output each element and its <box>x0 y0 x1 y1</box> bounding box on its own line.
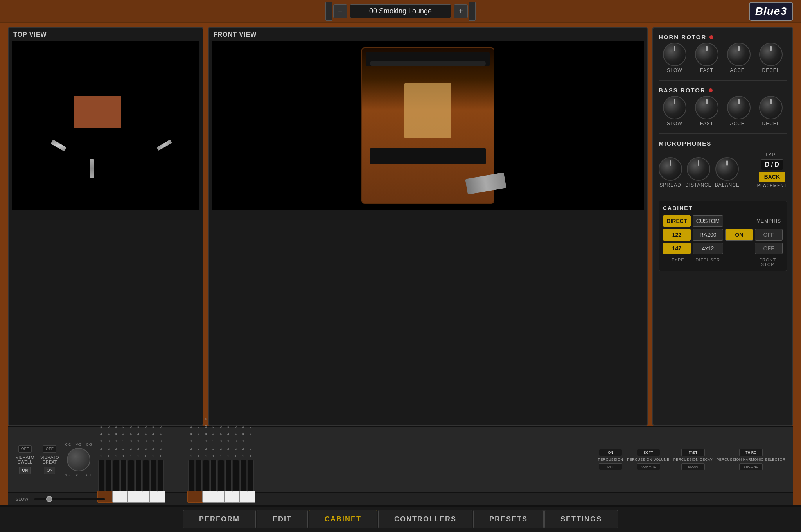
cabinet-memphis-off2-button[interactable]: OFF <box>755 243 783 254</box>
cabinet-memphis-off1-button[interactable]: OFF <box>755 229 783 241</box>
percussion-volume-normal-button[interactable]: NORMAL <box>637 463 660 470</box>
cabinet-4x12-button[interactable]: 4x12 <box>693 243 723 254</box>
horn-rotor-title: HORN ROTOR <box>659 34 787 40</box>
drawbar-col-8: 654321 <box>150 416 156 503</box>
lower-drawbar-col-9: 654321 <box>248 416 254 503</box>
vibrato-great-off-button[interactable]: OFF <box>43 445 56 453</box>
mic-balance-label: BALANCE <box>715 182 740 188</box>
drawbar-col-5: 654321 <box>128 416 134 503</box>
vibrato-swell-section: OFF VIBRATOSWELL ON <box>16 445 34 474</box>
mic-balance-knob[interactable] <box>715 157 739 181</box>
vibrato-great-on-button[interactable]: ON <box>44 467 55 474</box>
label-v2: V-2 <box>65 473 71 477</box>
horn-rotor-indicator <box>709 35 713 39</box>
bass-accel-knob[interactable] <box>727 96 751 119</box>
lower-drawbar-nums-3: 654321 <box>205 416 207 459</box>
speed-slider-thumb[interactable] <box>46 496 52 502</box>
percussion-harmonic-second-button[interactable]: SECOND <box>739 463 763 470</box>
mic-type-value[interactable]: D / D <box>761 159 783 170</box>
drawbar-9-handle[interactable] <box>157 491 165 503</box>
percussion-on-button[interactable]: ON <box>599 449 622 456</box>
nav-edit-button[interactable]: EDIT <box>257 510 308 528</box>
drawbar-5-track <box>128 460 134 503</box>
preset-prev-button[interactable]: − <box>333 4 347 18</box>
horn-slow-knob[interactable] <box>663 43 686 66</box>
vibrato-selector-knob[interactable] <box>67 448 90 471</box>
lower-drawbar-col-7: 654321 <box>233 416 239 503</box>
horn-fast-label: FAST <box>700 68 713 73</box>
vibrato-swell-off-button[interactable]: OFF <box>18 445 32 453</box>
nav-settings-button[interactable]: SETTINGS <box>544 510 618 528</box>
lower-drawbar-1 <box>188 460 194 503</box>
cabinet-custom-button[interactable]: CUSTOM <box>693 215 723 227</box>
mic-balance-group: BALANCE <box>715 157 740 188</box>
horn-decel-knob[interactable] <box>759 43 783 66</box>
vibrato-swell-on-button[interactable]: ON <box>19 467 31 474</box>
speed-slider[interactable] <box>34 498 105 500</box>
divider-1 <box>659 80 787 81</box>
lower-drawbar-2 <box>196 460 202 503</box>
perc-col-3: FAST PERCUSSION DECAY SLOW <box>673 449 713 470</box>
lower-drawbar-4 <box>210 460 217 503</box>
mic-spread-knob[interactable] <box>659 157 682 181</box>
cabinet-direct-button[interactable]: DIRECT <box>663 215 691 227</box>
preset-next-button[interactable]: + <box>454 4 468 18</box>
mic-placement-button[interactable]: BACK <box>759 172 785 182</box>
lower-drawbar-5 <box>218 460 224 503</box>
percussion-decay-label: PERCUSSION DECAY <box>673 458 713 462</box>
cabinet-memphis-label: MEMPHIS <box>755 218 783 224</box>
cabinet-on-button[interactable]: ON <box>725 229 753 241</box>
drawbar-4-track <box>120 460 127 503</box>
bass-rotor-title: BASS ROTOR <box>659 87 787 93</box>
mic-distance-group: DISTANCE <box>685 157 712 188</box>
cabinet-147-button[interactable]: 147 <box>663 243 691 254</box>
percussion-decay-fast-button[interactable]: FAST <box>681 449 705 456</box>
bass-fast-knob[interactable] <box>695 96 718 119</box>
bass-decel-group: DECEL <box>759 96 783 126</box>
horn-rotor-knobs: SLOW FAST ACCEL DECEL <box>659 43 787 73</box>
drawbar-1-track <box>98 460 104 503</box>
horn-accel-knob[interactable] <box>727 43 751 66</box>
bass-rotor-knobs: SLOW FAST ACCEL DECEL <box>659 96 787 126</box>
lower-drawbar-col-3: 654321 <box>203 416 209 503</box>
preset-name: 00 Smoking Lounge <box>350 4 451 18</box>
lower-drawbars: 654321 654321 654321 <box>188 416 254 503</box>
nav-presets-button[interactable]: PRESETS <box>473 510 544 528</box>
mic-type-col: TYPE D / D BACK PLACEMENT <box>757 152 787 188</box>
bass-rotor-section: BASS ROTOR SLOW FAST ACCEL <box>659 87 787 127</box>
drawbar-col-7: 654321 <box>143 416 149 503</box>
cabinet-122-button[interactable]: 122 <box>663 229 691 241</box>
bass-slow-knob[interactable] <box>663 96 686 119</box>
mic-top-left-icon[interactable] <box>51 140 67 151</box>
mic-distance-label: DISTANCE <box>685 182 712 188</box>
percussion-harmonic-third-button[interactable]: THIRD <box>739 449 763 456</box>
perc-col-2: SOFT PERCUSSION VOLUME NORMAL <box>627 449 670 470</box>
percussion-off-button[interactable]: OFF <box>599 463 622 470</box>
nav-controllers-button[interactable]: CONTROLLERS <box>378 510 472 528</box>
label-c2: C-2 <box>65 442 71 446</box>
cabinet-ra200-button[interactable]: RA200 <box>693 229 723 241</box>
bass-decel-knob[interactable] <box>759 96 783 119</box>
app-logo: Blue3 <box>749 2 793 21</box>
top-view-label: TOP VIEW <box>9 28 203 41</box>
horn-accel-group: ACCEL <box>727 43 751 73</box>
label-v3: V-3 <box>76 442 81 446</box>
percussion-decay-slow-button[interactable]: SLOW <box>681 463 705 470</box>
horn-fast-knob[interactable] <box>695 43 718 66</box>
drawbar-6-track <box>135 460 142 503</box>
drawbar-col-9: 654321 <box>158 416 164 503</box>
percussion-volume-soft-button[interactable]: SOFT <box>637 449 660 456</box>
mic-top-right-icon[interactable] <box>156 140 172 151</box>
drawbar-2-track <box>106 460 112 503</box>
mic-distance-knob[interactable] <box>687 157 710 181</box>
lower-drawbar-9-handle[interactable] <box>247 491 255 503</box>
cabinet-handle <box>370 61 486 66</box>
lower-drawbar-col-1: 654321 <box>188 416 194 503</box>
mic-top-center-icon[interactable] <box>90 159 94 178</box>
nav-perform-button[interactable]: PERFORM <box>183 510 256 528</box>
drawbar-col-3: 654321 <box>113 416 119 503</box>
percussion-volume-label: PERCUSSION VOLUME <box>627 458 670 462</box>
lower-drawbar-6 <box>225 460 232 503</box>
nav-cabinet-button[interactable]: CABINET <box>309 510 377 528</box>
bass-slow-group: SLOW <box>663 96 686 126</box>
